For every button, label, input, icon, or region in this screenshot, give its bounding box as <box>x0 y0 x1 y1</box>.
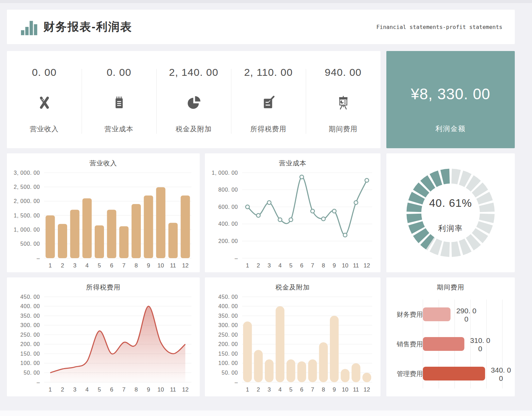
svg-text:800. 00: 800. 00 <box>218 187 238 193</box>
bar-chart-logo-icon <box>20 18 39 36</box>
svg-text:2, 500. 00: 2, 500. 00 <box>14 184 40 190</box>
svg-text:7: 7 <box>122 386 125 393</box>
svg-text:4: 4 <box>279 262 282 269</box>
svg-text:8: 8 <box>322 386 325 393</box>
svg-text:12: 12 <box>182 386 189 393</box>
svg-text:8: 8 <box>322 262 325 269</box>
svg-text:11: 11 <box>170 386 176 393</box>
period-expense-chart-card: 期间费用 财务费用290. 00销售费用310. 00管理费用340. 00 <box>386 277 515 396</box>
svg-text:400. 00: 400. 00 <box>20 303 40 309</box>
kpi-value: 0. 00 <box>107 67 132 78</box>
kpi-operating-revenue: 0. 00 营业收入 <box>7 51 82 148</box>
svg-text:9: 9 <box>333 386 336 393</box>
svg-text:2: 2 <box>61 386 64 393</box>
svg-text:1, 000. 00: 1, 000. 00 <box>14 227 40 233</box>
chart-title: 税金及附加 <box>205 283 380 292</box>
svg-text:1: 1 <box>49 262 52 269</box>
svg-text:6: 6 <box>300 262 303 269</box>
svg-text:0: 0 <box>478 345 482 353</box>
svg-text:管理费用: 管理费用 <box>397 370 423 377</box>
kpi-value: 2, 110. 00 <box>244 67 293 78</box>
svg-text:10: 10 <box>342 386 348 393</box>
top-strip <box>0 0 532 3</box>
kpi-summary-card: 0. 00 营业收入 0. 00 <box>7 51 380 148</box>
svg-text:600. 00: 600. 00 <box>218 204 238 210</box>
svg-text:12: 12 <box>364 386 370 393</box>
svg-text:450. 00: 450. 00 <box>20 294 40 300</box>
svg-text:销售费用: 销售费用 <box>396 341 423 348</box>
tax-and-surcharge-bar-chart: 450. 00400. 00350. 00300. 00250. 00200. … <box>208 293 378 395</box>
svg-text:7: 7 <box>122 262 125 269</box>
svg-text:4: 4 <box>85 262 88 269</box>
kpi-value: 940. 00 <box>325 67 362 78</box>
svg-text:2: 2 <box>61 262 64 269</box>
svg-text:50. 00: 50. 00 <box>24 370 40 376</box>
svg-text:200. 00: 200. 00 <box>218 341 238 347</box>
svg-text:200. 00: 200. 00 <box>20 341 40 347</box>
svg-text:11: 11 <box>353 386 359 393</box>
svg-text:11: 11 <box>353 262 359 269</box>
svg-text:–: – <box>37 255 40 261</box>
svg-text:5: 5 <box>98 262 101 269</box>
crossed-pens-icon <box>36 95 52 111</box>
svg-text:7: 7 <box>311 386 314 393</box>
svg-text:2, 000. 00: 2, 000. 00 <box>14 198 40 204</box>
svg-text:290. 0: 290. 0 <box>456 307 476 315</box>
svg-text:200. 00: 200. 00 <box>218 238 238 244</box>
kpi-income-tax-expense: 2, 110. 00 所得税费用 <box>231 51 306 148</box>
svg-text:150. 00: 150. 00 <box>218 351 238 357</box>
svg-text:3: 3 <box>73 386 76 393</box>
profit-amount-label: 利润金额 <box>436 124 466 133</box>
svg-text:12: 12 <box>182 262 189 269</box>
kpi-tax-and-surcharge: 2, 140. 00 税金及附加 <box>156 51 231 148</box>
page-subtitle: Financial statements-profit statements <box>376 24 502 30</box>
bottom-strip <box>0 410 532 416</box>
svg-text:–: – <box>235 255 238 261</box>
svg-text:9: 9 <box>147 386 150 393</box>
svg-text:12: 12 <box>364 262 370 269</box>
svg-text:250. 00: 250. 00 <box>218 332 238 338</box>
svg-text:–: – <box>37 379 40 385</box>
svg-text:7: 7 <box>311 262 314 269</box>
svg-text:10: 10 <box>157 386 164 393</box>
svg-text:250. 00: 250. 00 <box>20 332 40 338</box>
operating-cost-chart-card: 营业成本 1, 000. 00800. 00600. 00400. 00200.… <box>205 153 380 272</box>
svg-text:9: 9 <box>333 262 336 269</box>
svg-text:8: 8 <box>135 386 138 393</box>
svg-text:100. 00: 100. 00 <box>20 360 40 366</box>
svg-text:400. 00: 400. 00 <box>218 221 238 227</box>
svg-text:3: 3 <box>268 262 271 269</box>
document-edit-icon <box>261 95 277 111</box>
svg-text:11: 11 <box>170 262 176 269</box>
pie-chart-icon <box>186 95 202 111</box>
kpi-period-expense: 940. 00 期间费用 <box>306 51 380 148</box>
chart-title: 营业收入 <box>7 159 200 168</box>
svg-text:350. 00: 350. 00 <box>20 313 40 319</box>
svg-text:–: – <box>235 379 238 385</box>
svg-text:4: 4 <box>85 386 88 393</box>
svg-text:40. 61%: 40. 61% <box>429 197 472 209</box>
chart-title: 期间费用 <box>386 283 515 292</box>
income-tax-expense-area-chart: 450. 00400. 00350. 00300. 00250. 00200. … <box>10 293 197 395</box>
svg-text:6: 6 <box>110 262 113 269</box>
kpi-label: 营业成本 <box>105 124 134 134</box>
page-title: 财务报表-利润表 <box>43 19 132 35</box>
profit-rate-donut-card: 40. 61%利润率 <box>386 153 515 272</box>
income-tax-expense-chart-card: 所得税费用 450. 00400. 00350. 00300. 00250. 0… <box>7 277 200 396</box>
svg-text:310. 0: 310. 0 <box>470 336 490 344</box>
operating-cost-line-chart: 1, 000. 00800. 00600. 00400. 00200. 00–1… <box>208 169 378 271</box>
svg-text:450. 00: 450. 00 <box>218 294 238 300</box>
svg-text:100. 00: 100. 00 <box>218 360 238 366</box>
kpi-label: 期间费用 <box>329 124 358 134</box>
profit-amount-value: ¥8, 330. 00 <box>411 85 490 103</box>
kpi-label: 所得税费用 <box>250 124 286 134</box>
svg-text:1: 1 <box>49 386 52 393</box>
svg-text:1: 1 <box>246 262 249 269</box>
kpi-operating-cost: 0. 00 营业成本 <box>82 51 156 148</box>
svg-text:0: 0 <box>465 315 469 323</box>
svg-text:3: 3 <box>268 386 271 393</box>
svg-text:9: 9 <box>147 262 150 269</box>
svg-text:2: 2 <box>257 386 260 393</box>
svg-text:2: 2 <box>257 262 260 269</box>
svg-text:1, 500. 00: 1, 500. 00 <box>14 213 40 219</box>
